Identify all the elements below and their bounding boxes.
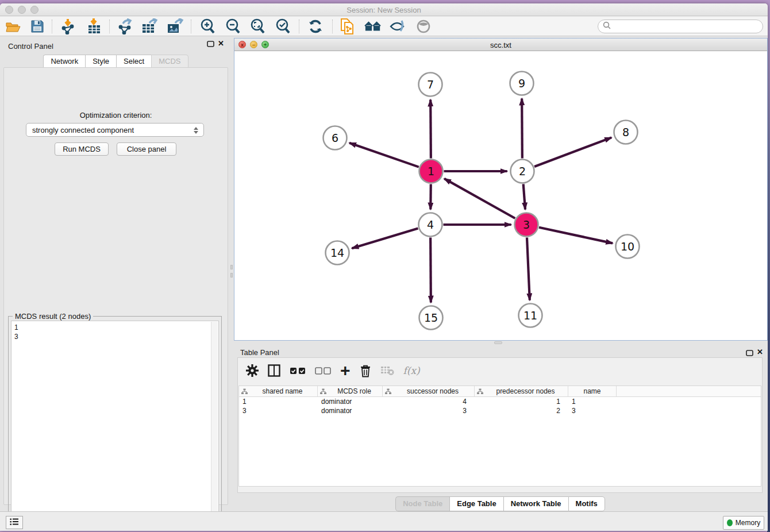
export-table-icon[interactable] (141, 18, 159, 34)
node-8[interactable]: 8 (614, 121, 638, 144)
tab-network-table[interactable]: Network Table (503, 496, 568, 511)
table-cell[interactable]: dominator (318, 406, 383, 415)
float-panel-icon[interactable] (207, 41, 214, 48)
control-panel-tabs: NetworkStyleSelectMCDS (0, 55, 232, 68)
import-table-icon[interactable] (86, 18, 103, 34)
edge-4-15[interactable] (430, 237, 431, 302)
tab-edge-table[interactable]: Edge Table (449, 496, 503, 511)
column-header-predecessor-nodes[interactable]: predecessor nodes (475, 386, 568, 396)
node-9[interactable]: 9 (510, 72, 534, 95)
svg-text:6: 6 (332, 132, 338, 144)
column-header-successor-nodes[interactable]: successor nodes (383, 386, 475, 396)
node-7[interactable]: 7 (419, 73, 442, 97)
table-row[interactable]: 1dominator411 (239, 397, 761, 406)
tab-style[interactable]: Style (85, 55, 116, 68)
tab-mcds[interactable]: MCDS (151, 55, 188, 68)
mcds-result-lines: 13 (14, 323, 218, 341)
columns-icon[interactable] (268, 362, 280, 379)
table-panel: Table Panel ✕ + (233, 345, 768, 511)
search-icon (603, 21, 611, 32)
show-all-icon[interactable] (415, 18, 432, 34)
tab-network[interactable]: Network (43, 55, 85, 68)
list-icon (10, 518, 19, 528)
horizontal-splitter-handle[interactable] (494, 341, 502, 344)
svg-text:8: 8 (622, 126, 629, 138)
import-network-icon[interactable] (60, 18, 77, 34)
search-field[interactable] (598, 20, 763, 33)
delete-table-icon[interactable] (380, 362, 394, 379)
zoom-fit-icon[interactable] (249, 18, 267, 34)
node-1[interactable]: 1 (419, 160, 443, 183)
mcds-result-list[interactable]: 13 (11, 321, 219, 530)
zoom-in-icon[interactable] (199, 18, 217, 34)
open-session-icon[interactable] (5, 18, 22, 34)
table-cell[interactable]: 1 (475, 397, 568, 406)
first-neighbors-icon[interactable] (364, 18, 382, 34)
edge-1-7[interactable] (430, 99, 431, 158)
edge-2-9[interactable] (522, 98, 522, 158)
deselect-all-icon[interactable] (315, 362, 331, 379)
edge-1-6[interactable] (349, 143, 419, 167)
tab-node-table[interactable]: Node Table (395, 496, 449, 511)
column-header-MCDS-role[interactable]: MCDS role (318, 386, 383, 396)
close-panel-button[interactable]: Close panel (117, 142, 176, 156)
table-cell[interactable]: 2 (475, 406, 568, 415)
edge-3-10[interactable] (539, 228, 613, 244)
edge-4-14[interactable] (352, 229, 418, 249)
svg-text:11: 11 (523, 309, 537, 322)
edge-2-8[interactable] (534, 137, 611, 167)
table-row[interactable]: 3dominator323 (239, 406, 761, 415)
edge-2-3[interactable] (523, 184, 525, 209)
svg-text:9: 9 (518, 77, 525, 90)
optimization-criterion-dropdown[interactable]: strongly connected component (26, 123, 204, 137)
table-cell[interactable]: 3 (383, 406, 475, 415)
task-history-button[interactable] (6, 516, 23, 529)
table-cell[interactable]: 4 (383, 397, 475, 406)
export-network-icon[interactable] (117, 18, 134, 34)
clone-network-icon[interactable] (339, 18, 356, 34)
column-header-shared-name[interactable]: shared name (239, 386, 318, 396)
hide-selected-icon[interactable] (389, 18, 406, 34)
table-body: 1dominator4113dominator323 (239, 397, 761, 415)
tab-select[interactable]: Select (116, 55, 151, 68)
export-image-icon[interactable] (167, 18, 184, 34)
node-15[interactable]: 15 (419, 306, 443, 330)
network-window-title: scc.txt (234, 41, 767, 49)
node-table[interactable]: shared nameMCDS rolesuccessor nodesprede… (238, 385, 761, 487)
memory-button[interactable]: Memory (723, 516, 764, 530)
result-scrollbar[interactable] (211, 322, 218, 530)
add-column-icon[interactable]: + (340, 362, 351, 379)
node-14[interactable]: 14 (326, 241, 349, 265)
edge-3-1[interactable] (444, 179, 515, 218)
table-cell[interactable]: 3 (568, 406, 617, 415)
close-panel-icon[interactable]: ✕ (218, 40, 224, 47)
table-cell[interactable]: dominator (318, 397, 383, 406)
edge-3-11[interactable] (527, 237, 530, 300)
panel-splitter-handle[interactable] (230, 265, 233, 280)
table-panel-tabs: Node TableEdge TableNetwork TableMotifs (233, 496, 768, 511)
network-canvas[interactable]: 7968124314101511 (235, 51, 767, 340)
run-mcds-button[interactable]: Run MCDS (55, 142, 109, 156)
save-session-icon[interactable] (29, 18, 46, 34)
table-toolbar: + f(x) (238, 358, 762, 383)
column-header-name[interactable]: name (568, 386, 617, 396)
node-2[interactable]: 2 (511, 160, 534, 183)
tab-motifs[interactable]: Motifs (568, 496, 605, 511)
table-close-panel-icon[interactable]: ✕ (757, 348, 763, 356)
gear-icon[interactable] (246, 362, 259, 379)
select-all-icon[interactable] (290, 362, 306, 379)
node-10[interactable]: 10 (616, 235, 640, 259)
node-6[interactable]: 6 (324, 126, 347, 150)
table-cell[interactable]: 3 (239, 406, 318, 415)
function-builder-icon[interactable]: f(x) (403, 362, 420, 379)
zoom-selected-icon[interactable] (275, 18, 292, 34)
refresh-icon[interactable] (307, 18, 324, 34)
svg-text:3: 3 (523, 218, 530, 231)
node-11[interactable]: 11 (519, 304, 542, 327)
delete-icon[interactable] (360, 362, 371, 379)
node-4[interactable]: 4 (419, 213, 442, 237)
zoom-out-icon[interactable] (225, 18, 242, 34)
table-cell[interactable]: 1 (568, 397, 617, 406)
node-3[interactable]: 3 (515, 213, 538, 237)
table-cell[interactable]: 1 (239, 397, 318, 406)
